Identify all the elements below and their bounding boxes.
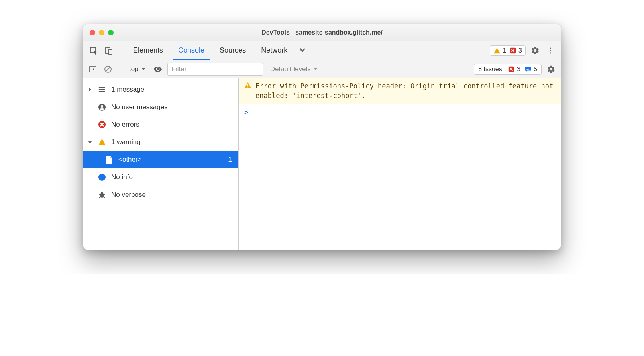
main-toolbar: Elements Console Sources Network 1 3 [83, 41, 561, 60]
info-icon [98, 173, 106, 182]
context-label: top [129, 65, 139, 73]
svg-rect-3 [497, 49, 497, 51]
console-warning-message[interactable]: Error with Permissions-Policy header: Or… [239, 78, 561, 104]
sidebar-messages-row[interactable]: 1 message [83, 81, 238, 98]
sidebar-user-row[interactable]: No user messages [83, 98, 238, 116]
error-count-badge[interactable]: 3 [509, 47, 522, 54]
devtools-window: DevTools - samesite-sandbox.glitch.me/ E… [83, 24, 561, 250]
issues-label: 8 Issues: [478, 66, 504, 73]
issues-error-badge: 3 [508, 66, 520, 73]
sidebar-verbose-row[interactable]: No verbose [83, 186, 238, 203]
divider [120, 64, 120, 74]
error-circle-icon [98, 120, 106, 129]
svg-rect-25 [102, 141, 102, 143]
svg-point-6 [550, 47, 551, 49]
svg-point-8 [550, 52, 551, 53]
user-icon [98, 103, 106, 111]
svg-rect-39 [247, 87, 248, 88]
warning-icon [493, 47, 501, 54]
warning-text: Error with Permissions-Policy header: Or… [255, 82, 555, 101]
chevron-down-icon [313, 67, 318, 72]
sidebar-messages-label: 1 message [111, 86, 144, 94]
divider [121, 45, 121, 56]
live-expression-icon[interactable] [152, 64, 163, 75]
svg-point-23 [101, 105, 103, 108]
kebab-menu-icon[interactable] [545, 45, 556, 56]
warning-count: 1 [503, 47, 506, 54]
sidebar-warnings-label: 1 warning [111, 138, 141, 146]
sidebar-warnings-row[interactable]: 1 warning [83, 133, 238, 151]
svg-line-37 [103, 197, 105, 198]
clear-console-icon[interactable] [102, 64, 114, 75]
console-output: Error with Permissions-Policy header: Or… [239, 78, 561, 250]
svg-rect-2 [109, 49, 112, 54]
sidebar-other-label: <other> [118, 156, 142, 164]
console-sidebar: 1 message No user messages No errors [83, 78, 239, 250]
svg-rect-4 [497, 52, 497, 53]
warning-icon [244, 82, 251, 89]
sidebar-other-count: 1 [228, 156, 232, 164]
window-title: DevTools - samesite-sandbox.glitch.me/ [83, 29, 561, 36]
chevron-down-icon [141, 67, 146, 72]
svg-line-12 [106, 67, 110, 71]
svg-point-7 [550, 50, 551, 51]
tab-elements[interactable]: Elements [128, 41, 169, 60]
more-tabs-icon[interactable] [297, 45, 308, 56]
sidebar-other-row[interactable]: <other> 1 [83, 151, 238, 168]
chevron-right-icon [87, 87, 93, 92]
file-icon [105, 155, 114, 164]
issues-info-badge: 5 [524, 66, 537, 73]
main-area: 1 message No user messages No errors [83, 78, 561, 250]
prompt-chevron-icon: > [244, 108, 248, 116]
levels-label: Default levels [270, 65, 311, 73]
tab-console[interactable]: Console [173, 41, 210, 60]
settings-icon[interactable] [530, 45, 541, 56]
list-icon [98, 85, 106, 94]
svg-point-20 [99, 89, 100, 90]
sidebar-user-label: No user messages [111, 103, 168, 111]
warning-icon [98, 138, 106, 147]
close-window-button[interactable] [90, 30, 95, 35]
warning-count-badge[interactable]: 1 [493, 47, 506, 54]
info-chat-icon [524, 66, 532, 73]
bug-icon [98, 190, 106, 199]
inspect-element-icon[interactable] [88, 45, 99, 56]
svg-point-31 [101, 192, 103, 194]
issues-error-count: 3 [517, 66, 520, 73]
svg-rect-26 [102, 144, 102, 145]
sidebar-verbose-label: No verbose [111, 191, 146, 199]
traffic-lights [83, 30, 114, 35]
issues-info-count: 5 [534, 66, 537, 73]
console-settings-icon[interactable] [546, 64, 557, 75]
svg-point-19 [99, 87, 100, 88]
chevron-down-icon [87, 140, 93, 144]
console-filter-bar: top Default levels 8 Issues: 3 5 [83, 60, 561, 78]
log-levels-dropdown[interactable]: Default levels [267, 64, 321, 75]
status-badges[interactable]: 1 3 [490, 45, 526, 56]
error-count: 3 [518, 47, 522, 54]
tab-sources[interactable]: Sources [214, 41, 251, 60]
svg-point-21 [99, 91, 100, 92]
issues-box[interactable]: 8 Issues: 3 5 [474, 64, 542, 75]
svg-rect-28 [102, 176, 102, 179]
titlebar: DevTools - samesite-sandbox.glitch.me/ [83, 24, 561, 41]
toggle-sidebar-icon[interactable] [87, 64, 98, 75]
context-selector[interactable]: top [127, 64, 148, 75]
svg-line-36 [99, 197, 101, 198]
sidebar-errors-row[interactable]: No errors [83, 116, 238, 133]
console-prompt[interactable]: > [239, 104, 561, 120]
sidebar-info-row[interactable]: No info [83, 168, 238, 186]
svg-rect-38 [247, 84, 248, 86]
device-toolbar-icon[interactable] [103, 45, 114, 56]
tab-network[interactable]: Network [255, 41, 293, 60]
error-icon [509, 47, 516, 54]
filter-input[interactable] [167, 63, 263, 76]
sidebar-errors-label: No errors [111, 121, 139, 129]
minimize-window-button[interactable] [99, 30, 104, 35]
svg-rect-29 [102, 175, 102, 176]
sidebar-info-label: No info [111, 173, 133, 181]
error-icon [508, 66, 515, 73]
zoom-window-button[interactable] [108, 30, 114, 35]
